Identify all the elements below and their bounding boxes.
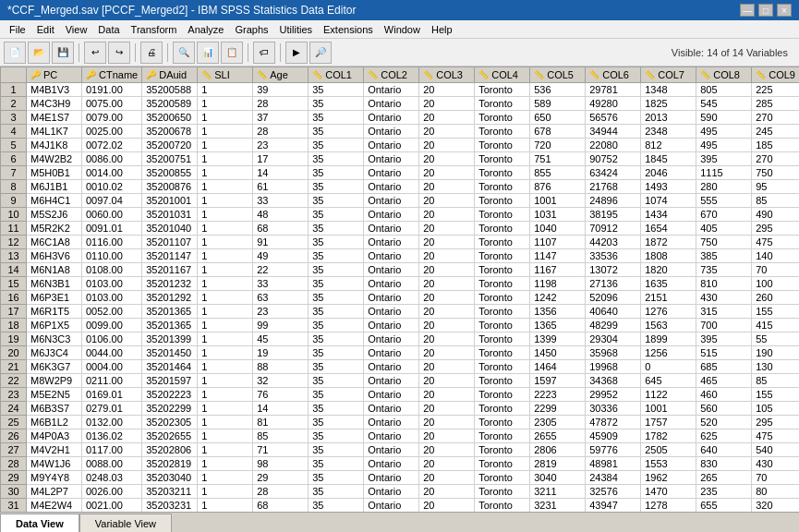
menu-view[interactable]: View [60, 23, 93, 36]
table-row[interactable]: 16M6P3E10103.003520129216335Ontario20Tor… [1, 291, 800, 305]
cell-COL6[interactable]: 34368 [586, 374, 641, 388]
cell-SLI[interactable]: 1 [198, 360, 253, 374]
cell-CTname[interactable]: 0072.02 [82, 139, 142, 152]
cell-CTname[interactable]: 0116.00 [82, 236, 142, 249]
col-header-COL7[interactable]: 📏 COL7 [641, 67, 696, 83]
col-header-COL1[interactable]: 📏 COL1 [309, 67, 364, 83]
cell-Age[interactable]: 19 [253, 346, 309, 360]
cell-COL4[interactable]: Toronto [475, 471, 530, 485]
cell-COL8[interactable]: 805 [696, 83, 752, 97]
table-row[interactable]: 15M6N3B10103.003520123213335Ontario20Tor… [1, 277, 800, 291]
cell-COL9[interactable]: 225 [752, 83, 799, 97]
cell-COL5[interactable]: 720 [530, 139, 586, 152]
table-row[interactable]: 7M5H0B10014.003520085511435Ontario20Toro… [1, 166, 800, 180]
cell-COL1[interactable]: 35 [309, 305, 364, 319]
cell-COL2[interactable]: Ontario [364, 222, 419, 236]
cell-Age[interactable]: 28 [253, 125, 309, 139]
cell-COL8[interactable]: 670 [696, 208, 752, 222]
cell-PC[interactable]: M4C3H9 [27, 97, 82, 111]
cell-CTname[interactable]: 0021.00 [82, 499, 142, 513]
cell-COL8[interactable]: 460 [696, 388, 752, 402]
table-row[interactable]: 19M6N3C30106.003520139914535Ontario20Tor… [1, 332, 800, 346]
cell-COL6[interactable]: 56576 [586, 111, 641, 125]
cell-COL9[interactable]: 245 [752, 125, 799, 139]
tab-data-view[interactable]: Data View [0, 514, 79, 532]
cell-CTname[interactable]: 0191.00 [82, 83, 142, 97]
cell-COL3[interactable]: 20 [419, 263, 475, 277]
cell-COL1[interactable]: 35 [309, 499, 364, 513]
table-row[interactable]: 13M6H3V60110.003520114714935Ontario20Tor… [1, 249, 800, 263]
cell-COL7[interactable]: 1563 [641, 319, 696, 332]
cell-PC[interactable]: M4W2B2 [27, 152, 82, 166]
cell-COL1[interactable]: 35 [309, 429, 364, 443]
cell-COL8[interactable]: 830 [696, 457, 752, 471]
menu-utilities[interactable]: Utilities [274, 23, 318, 36]
cell-COL2[interactable]: Ontario [364, 319, 419, 332]
cell-CTname[interactable]: 0088.00 [82, 457, 142, 471]
cell-SLI[interactable]: 1 [198, 263, 253, 277]
cell-COL7[interactable]: 2046 [641, 166, 696, 180]
cell-COL1[interactable]: 35 [309, 263, 364, 277]
cell-COL5[interactable]: 1597 [530, 374, 586, 388]
cell-COL7[interactable]: 1962 [641, 471, 696, 485]
cell-COL4[interactable]: Toronto [475, 139, 530, 152]
cell-COL7[interactable]: 1122 [641, 388, 696, 402]
cell-COL4[interactable]: Toronto [475, 83, 530, 97]
cell-COL2[interactable]: Ontario [364, 97, 419, 111]
cell-SLI[interactable]: 1 [198, 429, 253, 443]
cell-COL7[interactable]: 1782 [641, 429, 696, 443]
cell-COL2[interactable]: Ontario [364, 139, 419, 152]
menu-analyze[interactable]: Analyze [182, 23, 229, 36]
cell-COL3[interactable]: 20 [419, 388, 475, 402]
table-row[interactable]: 17M6R1T50052.003520136512335Ontario20Tor… [1, 305, 800, 319]
cell-COL5[interactable]: 536 [530, 83, 586, 97]
cell-COL9[interactable]: 140 [752, 249, 799, 263]
cell-COL3[interactable]: 20 [419, 429, 475, 443]
cell-Age[interactable]: 98 [253, 457, 309, 471]
cell-Age[interactable]: 61 [253, 180, 309, 194]
cell-SLI[interactable]: 1 [198, 166, 253, 180]
cell-PC[interactable]: M4B1V3 [27, 83, 82, 97]
cell-COL4[interactable]: Toronto [475, 152, 530, 166]
cell-SLI[interactable]: 1 [198, 236, 253, 249]
cell-COL9[interactable]: 295 [752, 416, 799, 429]
cell-COL8[interactable]: 640 [696, 443, 752, 457]
cell-COL2[interactable]: Ontario [364, 277, 419, 291]
cell-COL4[interactable]: Toronto [475, 180, 530, 194]
cell-DAuid[interactable]: 35200588 [142, 83, 198, 97]
cell-COL8[interactable]: 430 [696, 291, 752, 305]
save-button[interactable]: 💾 [52, 42, 74, 64]
cell-COL2[interactable]: Ontario [364, 152, 419, 166]
cell-COL2[interactable]: Ontario [364, 166, 419, 180]
cell-COL7[interactable]: 645 [641, 374, 696, 388]
cell-DAuid[interactable]: 35201365 [142, 305, 198, 319]
cell-COL5[interactable]: 1242 [530, 291, 586, 305]
cell-COL7[interactable]: 1001 [641, 402, 696, 416]
cell-COL7[interactable]: 1434 [641, 208, 696, 222]
cell-COL9[interactable]: 475 [752, 429, 799, 443]
cell-COL1[interactable]: 35 [309, 249, 364, 263]
cell-COL8[interactable]: 685 [696, 360, 752, 374]
cell-COL3[interactable]: 20 [419, 319, 475, 332]
cell-PC[interactable]: M4L1K7 [27, 125, 82, 139]
cell-Age[interactable]: 63 [253, 291, 309, 305]
cell-PC[interactable]: M6R1T5 [27, 305, 82, 319]
cell-CTname[interactable]: 0103.00 [82, 291, 142, 305]
cell-COL6[interactable]: 43947 [586, 499, 641, 513]
cell-PC[interactable]: M6P3E1 [27, 291, 82, 305]
cell-COL7[interactable]: 1808 [641, 249, 696, 263]
cell-COL3[interactable]: 20 [419, 291, 475, 305]
cell-SLI[interactable]: 1 [198, 402, 253, 416]
cell-COL6[interactable]: 35968 [586, 346, 641, 360]
cell-COL9[interactable]: 430 [752, 457, 799, 471]
cell-COL2[interactable]: Ontario [364, 83, 419, 97]
cell-COL1[interactable]: 35 [309, 152, 364, 166]
cell-SLI[interactable]: 1 [198, 125, 253, 139]
cell-COL4[interactable]: Toronto [475, 429, 530, 443]
cell-DAuid[interactable]: 35201292 [142, 291, 198, 305]
cell-PC[interactable]: M6N3C3 [27, 332, 82, 346]
table-row[interactable]: 1M4B1V30191.003520058813935Ontario20Toro… [1, 83, 800, 97]
cell-COL4[interactable]: Toronto [475, 319, 530, 332]
cell-COL7[interactable]: 1074 [641, 194, 696, 208]
cell-COL2[interactable]: Ontario [364, 388, 419, 402]
